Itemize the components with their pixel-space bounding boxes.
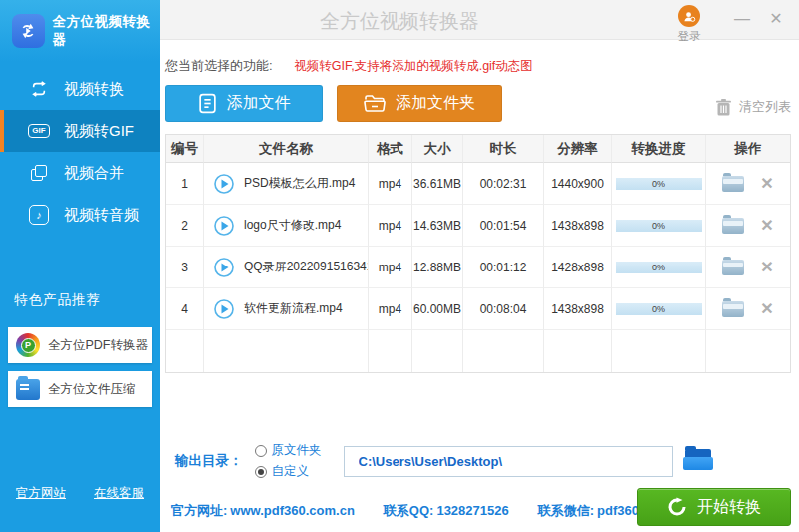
sidebar-item-video-to-audio[interactable]: ♪ 视频转音频 — [0, 194, 160, 236]
cell-no: 1 — [166, 163, 204, 205]
online-support-link[interactable]: 在线客服 — [94, 485, 144, 502]
footer-qq: 联系QQ:1328271526 — [381, 502, 509, 520]
document-icon — [198, 93, 217, 114]
open-folder-icon[interactable] — [722, 218, 744, 234]
table-row: 4 软件更新流程.mp4 mp4 60.00MB 00:08:04 1438x8… — [166, 288, 790, 330]
sidebar-item-video-convert[interactable]: 视频转换 — [0, 68, 160, 110]
user-icon — [678, 5, 700, 27]
cell-resolution: 1440x900 — [544, 163, 612, 205]
cell-format: mp4 — [369, 247, 412, 288]
cell-format: mp4 — [369, 288, 412, 330]
progress-bar: 0% — [616, 303, 702, 315]
table-row: 1 PSD模板怎么用.mp4 mp4 36.61MB 00:02:31 1440… — [166, 163, 790, 205]
cell-format: mp4 — [369, 205, 412, 247]
col-header-size: 大小 — [412, 135, 463, 163]
function-line: 您当前选择的功能: 视频转GIF,支持将添加的视频转成.gif动态图 — [165, 57, 799, 75]
col-header-format: 格式 — [369, 135, 412, 163]
app-window: 全方位视频转换器 视频转换 GIF 视频转GIF 视频合并 ♪ 视频转音频 — [0, 0, 799, 532]
col-header-name: 文件名称 — [204, 135, 369, 163]
remove-file-icon[interactable]: ✕ — [760, 216, 773, 235]
remove-file-icon[interactable]: ✕ — [760, 174, 773, 193]
cell-resolution: 1428x898 — [544, 247, 612, 288]
sidebar-item-label: 视频转音频 — [64, 206, 139, 225]
cell-name: logo尺寸修改.mp4 — [204, 205, 369, 247]
cell-actions: ✕ — [706, 247, 790, 288]
titlebar: 全方位视频转换器 登录 — ✕ — [160, 0, 799, 40]
action-row: 添加文件 添加文件夹 清空列表 — [165, 85, 791, 122]
add-folder-button[interactable]: 添加文件夹 — [337, 85, 502, 122]
cell-no: 3 — [166, 247, 204, 288]
play-icon[interactable] — [214, 299, 234, 319]
login-button[interactable]: 登录 — [667, 5, 711, 44]
cell-progress: 0% — [612, 247, 706, 288]
cell-name: QQ录屏20220915163414.mp4 — [204, 247, 369, 288]
play-icon[interactable] — [214, 174, 234, 194]
footer-wechat: 联系微信:pdf360 — [535, 502, 639, 520]
cell-progress: 0% — [612, 288, 706, 330]
open-folder-icon[interactable] — [722, 176, 744, 192]
file-name: 软件更新流程.mp4 — [244, 300, 343, 317]
table-header: 编号 文件名称 格式 大小 时长 分辨率 转换进度 操作 — [166, 135, 790, 163]
clear-list-button[interactable]: 清空列表 — [716, 98, 791, 122]
close-button[interactable]: ✕ — [765, 10, 787, 28]
sidebar: 全方位视频转换器 视频转换 GIF 视频转GIF 视频合并 ♪ 视频转音频 — [0, 0, 160, 532]
radio-circle-unchecked — [255, 445, 267, 457]
progress-bar: 0% — [616, 262, 702, 273]
music-note-icon: ♪ — [28, 204, 50, 226]
cell-format: mp4 — [369, 163, 412, 205]
promo-file-compress[interactable]: 全方位文件压缩 — [8, 371, 152, 407]
cell-resolution: 1438x898 — [544, 205, 612, 247]
minimize-button[interactable]: — — [731, 10, 753, 28]
cell-duration: 00:02:31 — [463, 163, 544, 205]
progress-bar: 0% — [616, 220, 702, 232]
play-icon[interactable] — [214, 216, 234, 236]
radio-custom-folder[interactable]: 自定义 — [255, 463, 322, 480]
col-header-duration: 时长 — [463, 135, 544, 163]
file-table: 编号 文件名称 格式 大小 时长 分辨率 转换进度 操作 1 PSD模板怎么用.… — [165, 134, 791, 373]
sidebar-item-video-to-gif[interactable]: GIF 视频转GIF — [0, 110, 160, 152]
output-path-input[interactable] — [344, 446, 673, 477]
convert-loop-icon — [28, 78, 50, 100]
sidebar-item-label: 视频转GIF — [64, 122, 134, 141]
promo-pdf-converter[interactable]: P 全方位PDF转换器 — [8, 327, 152, 363]
cell-size: 60.00MB — [412, 288, 463, 330]
table-row: 3 QQ录屏20220915163414.mp4 mp4 12.88MB 00:… — [166, 247, 790, 288]
radio-original-folder[interactable]: 原文件夹 — [255, 442, 322, 459]
sidebar-links: 官方网站 在线客服 — [16, 485, 144, 502]
col-header-actions: 操作 — [706, 135, 790, 163]
sidebar-item-label: 视频转换 — [64, 80, 124, 99]
play-icon[interactable] — [214, 258, 234, 277]
col-header-no: 编号 — [166, 135, 204, 163]
function-description: 视频转GIF,支持将添加的视频转成.gif动态图 — [294, 59, 533, 73]
start-convert-button[interactable]: 开始转换 — [637, 488, 791, 526]
pdf-converter-icon: P — [16, 333, 40, 357]
cell-size: 36.61MB — [412, 163, 463, 205]
output-directory-label: 输出目录： — [175, 452, 243, 470]
remove-file-icon[interactable]: ✕ — [760, 299, 773, 318]
open-folder-icon[interactable] — [722, 260, 744, 275]
file-name: logo尺寸修改.mp4 — [244, 217, 341, 234]
file-name: QQ录屏20220915163414.mp4 — [244, 259, 369, 275]
browse-folder-button[interactable] — [683, 447, 715, 475]
file-compress-icon — [16, 379, 40, 400]
cell-no: 2 — [166, 205, 204, 247]
folder-icon — [364, 94, 386, 113]
cell-actions: ✕ — [706, 163, 790, 205]
file-name: PSD模板怎么用.mp4 — [244, 175, 355, 192]
col-header-progress: 转换进度 — [612, 135, 706, 163]
gif-icon: GIF — [28, 120, 50, 142]
cell-duration: 00:01:12 — [463, 247, 544, 288]
sidebar-item-video-merge[interactable]: 视频合并 — [0, 152, 160, 194]
merge-icon — [28, 162, 50, 184]
cell-no: 4 — [166, 288, 204, 330]
add-file-button[interactable]: 添加文件 — [165, 85, 323, 122]
col-header-resolution: 分辨率 — [544, 135, 612, 163]
open-folder-icon[interactable] — [722, 301, 744, 317]
official-site-link[interactable]: 官方网站 — [16, 485, 66, 502]
cell-duration: 00:01:54 — [463, 205, 544, 247]
promo-heading: 特色产品推荐 — [14, 291, 160, 309]
main-panel: 您当前选择的功能: 视频转GIF,支持将添加的视频转成.gif动态图 添加文件 … — [160, 41, 799, 532]
cell-actions: ✕ — [706, 205, 790, 247]
app-logo-title: 全方位视频转换器 — [53, 13, 160, 49]
remove-file-icon[interactable]: ✕ — [760, 258, 773, 276]
